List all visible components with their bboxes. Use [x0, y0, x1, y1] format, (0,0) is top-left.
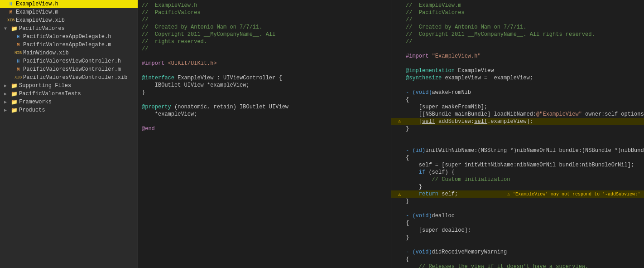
sidebar-item-label: Products: [19, 107, 45, 113]
sidebar-item-label: Supporting Files: [19, 83, 71, 89]
code-line: @synthesize exampleView = _exampleView;: [391, 74, 644, 82]
sidebar-item-label: Frameworks: [19, 99, 52, 105]
code-line: - (void)didReceiveMemoryWarning: [391, 249, 644, 256]
sidebar-item-exampleview-m[interactable]: M ExampleView.m: [0, 8, 138, 16]
code-line: *exampleView;: [138, 111, 391, 118]
code-line: // Copyright 2011 __MyCompanyName__. All…: [391, 31, 644, 38]
code-line: }: [391, 183, 644, 190]
warning-icon-2: ⚠: [398, 191, 401, 197]
xib-icon: XIB: [14, 74, 22, 81]
code-line: [super awakeFromNib];: [391, 103, 644, 111]
code-line: #import "ExampleView.h": [391, 53, 644, 60]
code-line: - (void)dealloc: [391, 212, 644, 219]
sidebar-item-label: ExampleView.xib: [16, 17, 65, 24]
editor-right[interactable]: // ExampleView.m // PacificValores // //…: [391, 0, 644, 268]
folder-collapsed-icon: ▶: [2, 107, 9, 114]
code-line: //: [391, 16, 644, 24]
folder-icon: 📁: [10, 107, 18, 114]
sidebar-item-label: ExampleView.h: [16, 1, 58, 7]
code-line: @interface ExampleView : UIViewControlle…: [138, 74, 391, 82]
code-line: [391, 82, 644, 89]
m-icon: M: [7, 9, 14, 16]
h-icon: H: [14, 58, 22, 65]
code-line: [391, 132, 644, 140]
folder-collapsed-icon: ▶: [2, 90, 9, 97]
code-line: {: [391, 256, 644, 263]
code-line: //: [391, 38, 644, 45]
code-line-warning-return: ⚠ return self; ⚠ 'ExampleView' may not r…: [391, 190, 644, 198]
warning-message: ⚠ 'ExampleView' may not respond to '-add…: [507, 191, 640, 197]
warning-icon: ⚠: [398, 118, 401, 124]
code-line: #import <UIKit/UIKit.h>: [138, 60, 391, 67]
code-line: [138, 118, 391, 125]
code-line: @end: [138, 125, 391, 132]
sidebar-item-label: PacificValoresTests: [19, 91, 81, 97]
folder-icon: 📁: [10, 82, 18, 89]
xib-icon: XIB: [7, 17, 14, 24]
folder-icon: 📁: [10, 90, 18, 97]
code-line: - (void)awakeFromNib: [391, 89, 644, 96]
code-line: //: [138, 45, 391, 53]
code-line: [super dealloc];: [391, 227, 644, 234]
sidebar-group-products[interactable]: ▶ 📁 Products: [0, 106, 138, 114]
sidebar-item-appdelegate-m[interactable]: M PacificValoresAppDelegate.m: [0, 41, 138, 49]
code-line: // ExampleView.m: [391, 2, 644, 9]
sidebar-item-label: PacificValoresAppDelegate.h: [23, 34, 111, 40]
code-line: // Created by Antonio Nam on 7/7/11.: [391, 24, 644, 31]
sidebar-group-supporting-files[interactable]: ▶ 📁 Supporting Files: [0, 82, 138, 90]
h-icon: H: [14, 33, 22, 40]
editor-left[interactable]: // ExampleView.h // PacificValores // //…: [138, 0, 391, 268]
code-line: // ExampleView.h: [138, 2, 391, 9]
code-line: self = [super initWithNibName:nibNameOrN…: [391, 161, 644, 169]
sidebar-item-mainwindow-xib[interactable]: NIB MainWindow.xib: [0, 49, 138, 57]
folder-expand-icon: ▶: [2, 82, 9, 89]
code-content-right: // ExampleView.m // PacificValores // //…: [391, 0, 644, 268]
code-line-warning: ⚠ [self addSubview:self.exampleView];: [391, 118, 644, 125]
code-line: }: [391, 234, 644, 241]
project-navigator[interactable]: H ExampleView.h M ExampleView.m XIB Exam…: [0, 0, 138, 268]
sidebar-item-viewcontroller-m[interactable]: M PacificValoresViewController.m: [0, 65, 138, 73]
sidebar-item-exampleview-h[interactable]: H ExampleView.h: [0, 0, 138, 8]
code-line: // Created by Antonio Nam on 7/7/11.: [138, 24, 391, 31]
folder-collapsed-icon: ▶: [2, 98, 9, 106]
m-icon: M: [14, 66, 22, 73]
code-line: [391, 45, 644, 53]
code-line: }: [391, 198, 644, 205]
code-content-left: // ExampleView.h // PacificValores // //…: [138, 0, 391, 268]
editor-area: // ExampleView.h // PacificValores // //…: [138, 0, 644, 268]
code-line: }: [138, 89, 391, 96]
code-line: [138, 96, 391, 103]
code-line: - (id)initWithNibName:(NSString *)nibNam…: [391, 147, 644, 154]
code-line: [391, 140, 644, 147]
code-line: [391, 60, 644, 67]
code-line: {: [391, 219, 644, 227]
m-icon: M: [14, 41, 22, 49]
code-line: @property (nonatomic, retain) IBOutlet U…: [138, 103, 391, 111]
sidebar-group-frameworks[interactable]: ▶ 📁 Frameworks: [0, 98, 138, 106]
sidebar-item-label: ExampleView.m: [16, 9, 58, 15]
code-line: }: [391, 125, 644, 132]
code-line: [391, 241, 644, 249]
sidebar-item-appdelegate-h[interactable]: H PacificValoresAppDelegate.h: [0, 33, 138, 41]
sidebar-item-viewcontroller-h[interactable]: H PacificValoresViewController.h: [0, 57, 138, 65]
code-line: [391, 205, 644, 212]
sidebar-item-label: PacificValoresAppDelegate.m: [23, 42, 111, 48]
sidebar-item-exampleview-xib[interactable]: XIB ExampleView.xib: [0, 16, 138, 24]
code-line: [138, 67, 391, 74]
sidebar-item-viewcontroller-xib[interactable]: XIB PacificValoresViewController.xib: [0, 73, 138, 82]
h-icon: H: [7, 0, 14, 8]
code-line: // Custom initialization: [391, 176, 644, 183]
sidebar-group-pacificvalores[interactable]: ▼ 📁 PacificValores: [0, 24, 138, 33]
code-line: if (self) {: [391, 169, 644, 176]
folder-expand-icon: ▼: [2, 25, 9, 32]
code-line: // rights reserved.: [138, 38, 391, 45]
xib-icon: NIB: [14, 49, 22, 57]
code-line: [[NSBundle mainBundle] loadNibNamed:@"Ex…: [391, 111, 644, 118]
code-line: {: [391, 154, 644, 161]
sidebar-item-label: PacificValoresViewController.xib: [23, 74, 127, 81]
code-line: //: [138, 16, 391, 24]
code-line: {: [391, 96, 644, 103]
sidebar-group-tests[interactable]: ▶ 📁 PacificValoresTests: [0, 90, 138, 98]
code-line: // PacificValores: [138, 9, 391, 16]
sidebar-item-label: PacificValoresViewController.m: [23, 66, 121, 73]
